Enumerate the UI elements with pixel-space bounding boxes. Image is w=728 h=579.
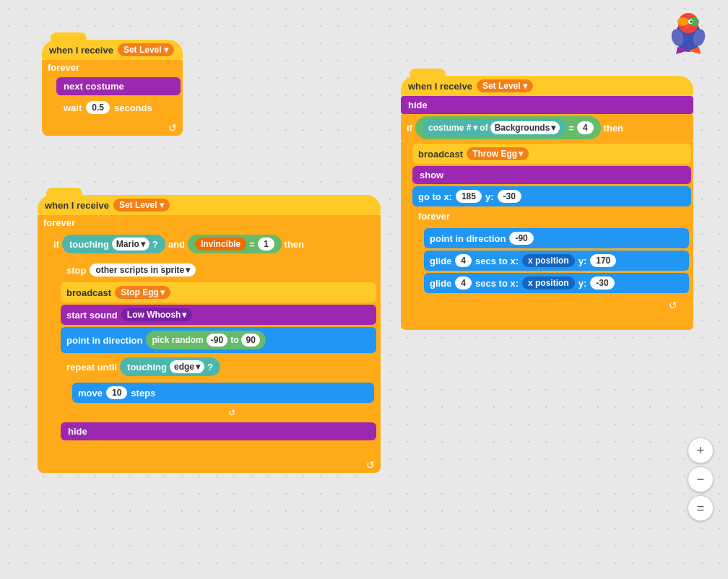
- zoom-reset-button[interactable]: =: [688, 495, 714, 521]
- pick-random-block[interactable]: pick random -90 to 90: [146, 331, 265, 349]
- wait-value[interactable]: 0.5: [86, 101, 110, 114]
- next-costume-block[interactable]: next costume: [56, 77, 181, 95]
- glide2-secs[interactable]: 4: [455, 277, 472, 290]
- backgrounds-dropdown[interactable]: Backgrounds▾: [490, 121, 560, 134]
- touching-mario-block[interactable]: touching Mario▾ ?: [62, 235, 165, 253]
- broadcast-stop-egg-block[interactable]: broadcast Stop Egg▾: [61, 282, 376, 302]
- repeat-cap: ↺: [61, 407, 241, 419]
- random-from[interactable]: -90: [207, 334, 228, 347]
- y1-value[interactable]: 170: [590, 254, 616, 267]
- forever-block-3: forever: [412, 209, 691, 224]
- hat-when-receive-2[interactable]: when I receive Set Level▾: [38, 195, 381, 215]
- if-body-3: broadcast Throw Egg▾ show go to x: 185 y…: [401, 142, 693, 315]
- repeat-until-block[interactable]: repeat until touching edge▾ ?: [61, 355, 376, 378]
- if-cap: [49, 445, 370, 455]
- stop-egg-dropdown[interactable]: Stop Egg▾: [115, 286, 170, 299]
- random-to[interactable]: 90: [241, 334, 259, 347]
- hat-when-receive-3[interactable]: when I receive Set Level▾: [401, 76, 693, 96]
- repeat-body: move 10 steps: [61, 380, 376, 405]
- touching-edge-block[interactable]: touching edge▾ ?: [120, 357, 220, 376]
- costume-value: 4: [577, 121, 594, 134]
- stop-dropdown[interactable]: other scripts in sprite▾: [90, 264, 196, 277]
- forever-block-1: forever: [42, 60, 183, 75]
- zoom-out-button[interactable]: −: [688, 466, 714, 492]
- invincible-equals-block[interactable]: Invincible = 1: [188, 235, 282, 253]
- svg-point-5: [690, 21, 693, 23]
- broadcast-throw-egg-block[interactable]: broadcast Throw Egg▾: [412, 144, 691, 164]
- glide1-secs[interactable]: 4: [455, 254, 472, 267]
- y-value[interactable]: -30: [498, 190, 521, 203]
- hat-when-receive-1[interactable]: when I receive Set Level▾: [42, 40, 183, 60]
- bird-character-icon: [663, 7, 714, 58]
- set-level-dropdown-2[interactable]: Set Level▾: [113, 199, 170, 212]
- script2: when I receive Set Level▾ forever if tou…: [38, 195, 381, 473]
- throw-egg-dropdown[interactable]: Throw Egg▾: [467, 147, 529, 160]
- set-level-dropdown-3[interactable]: Set Level▾: [477, 79, 533, 92]
- mario-dropdown[interactable]: Mario▾: [112, 238, 150, 251]
- x-value[interactable]: 185: [456, 190, 482, 203]
- wait-block[interactable]: wait 0.5 seconds: [56, 97, 181, 118]
- move-steps-value[interactable]: 10: [106, 386, 127, 399]
- hide-block-2[interactable]: hide: [61, 422, 376, 440]
- invincible-value: 1: [258, 238, 274, 251]
- start-sound-block[interactable]: start sound Low Whoosh▾: [61, 305, 376, 325]
- forever-body-3: point in direction -90 glide 4 secs to x…: [412, 226, 691, 295]
- move-block[interactable]: move 10 steps: [72, 383, 374, 403]
- set-level-dropdown-1[interactable]: Set Level▾: [118, 43, 174, 56]
- hide-block-3[interactable]: hide: [401, 96, 693, 114]
- point-value[interactable]: -90: [509, 232, 533, 245]
- script3: when I receive Set Level▾ hide if costum…: [401, 76, 693, 330]
- low-whoosh-dropdown[interactable]: Low Whoosh▾: [121, 308, 193, 321]
- hat-label-1: when I receive: [49, 45, 113, 56]
- hat-label-2: when I receive: [45, 200, 109, 211]
- if-block[interactable]: if touching Mario▾ ? and Invincible = 1 …: [49, 232, 378, 256]
- zoom-in-button[interactable]: +: [688, 437, 714, 463]
- forever-block-2: forever: [38, 215, 381, 230]
- go-to-block[interactable]: go to x: 185 y: -30: [412, 186, 691, 206]
- glide1-block[interactable]: glide 4 secs to x: x position y: 170: [424, 251, 689, 271]
- x-position-label[interactable]: x position: [522, 254, 575, 267]
- forever-body-1: next costume wait 0.5 seconds: [42, 75, 183, 120]
- show-block[interactable]: show: [412, 166, 691, 184]
- edge-dropdown[interactable]: edge▾: [170, 360, 204, 373]
- if-body: stop other scripts in sprite▾ broadcast …: [49, 258, 378, 443]
- if-block-3[interactable]: if costume # ▾ of Backgrounds▾ = 4 then: [401, 114, 693, 142]
- costume-operator-block[interactable]: costume # ▾ of Backgrounds▾ = 4: [415, 116, 601, 139]
- point-direction-block-3[interactable]: point in direction -90: [424, 228, 689, 248]
- forever-cap-2: ↺: [38, 457, 381, 473]
- if-cap-3: [401, 315, 693, 330]
- forever-cap-3: ↺: [412, 297, 683, 313]
- point-direction-block[interactable]: point in direction pick random -90 to 90: [61, 327, 376, 353]
- zoom-controls: + − =: [688, 437, 714, 521]
- invincible-var[interactable]: Invincible: [195, 238, 246, 251]
- svg-point-2: [677, 17, 689, 26]
- forever-cap-1: ↺: [42, 120, 183, 136]
- costume-sensing-block[interactable]: costume # ▾ of Backgrounds▾: [422, 119, 566, 136]
- glide2-block[interactable]: glide 4 secs to x: x position y: -30: [424, 273, 689, 293]
- x-position2-label[interactable]: x position: [522, 277, 575, 290]
- script1: when I receive Set Level▾ forever next c…: [42, 40, 183, 136]
- y2-value[interactable]: -30: [590, 277, 614, 290]
- stop-block[interactable]: stop other scripts in sprite▾: [61, 260, 376, 280]
- forever-body-2: if touching Mario▾ ? and Invincible = 1 …: [38, 230, 381, 457]
